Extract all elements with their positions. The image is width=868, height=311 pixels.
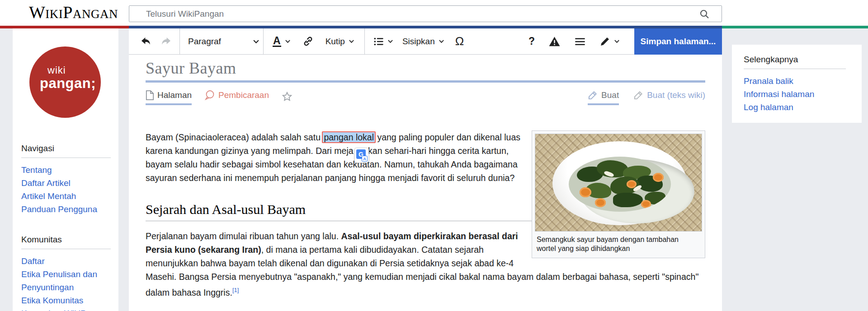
text-style-letter: A: [273, 36, 281, 47]
tab-buat[interactable]: Buat: [588, 90, 619, 105]
sidebar-item-informasi-halaman[interactable]: Informasi halaman: [744, 88, 850, 101]
article: Sayur Bayam Halaman Pembicaraan: [129, 59, 722, 299]
help-button[interactable]: ?: [528, 35, 535, 47]
page-layout: wiki pangan; Navigasi Tentang Daftar Art…: [0, 28, 868, 311]
site-logo[interactable]: WikiPangan: [29, 2, 118, 22]
sidebar-item-daftar[interactable]: Daftar: [21, 255, 111, 268]
pencil-icon: [588, 90, 598, 100]
tab-buat-teks-wiki-label: Buat (teks wiki): [647, 90, 705, 100]
header: WikiPangan 2 Kontributor: [0, 0, 868, 26]
bullet-list-icon: [373, 36, 385, 47]
sidebar-item-komunitas-wikipangan[interactable]: Komunitas WikiPangan: [21, 307, 111, 311]
google-translate-icon[interactable]: GA: [354, 148, 369, 163]
sidebar-item-artikel-mentah[interactable]: Artikel Mentah: [21, 190, 111, 203]
tab-pembicaraan[interactable]: Pembicaraan: [204, 90, 269, 105]
title-underline: [146, 80, 705, 83]
save-page-button[interactable]: Simpan halaman...: [634, 28, 722, 55]
chevron-down-icon: [439, 39, 444, 43]
paragraph-intro: Bayam (Spinaciaoleracea) adalah salah sa…: [146, 130, 705, 185]
nav-section-title: Navigasi: [21, 144, 111, 158]
image-caption: Semangkuk sayur bayam dengan tambahan wo…: [535, 232, 702, 255]
insert-label: Sisipkan: [402, 37, 435, 46]
pencil-icon: [599, 36, 610, 47]
wiki-logo-text-top: wiki: [47, 65, 66, 76]
page-tabs: Halaman Pembicaraan: [146, 90, 705, 105]
toolbar-separator: [263, 28, 264, 54]
hamburger-menu-icon: [574, 36, 586, 47]
notices-warning-button[interactable]: [548, 36, 561, 47]
cite-label: Kutip: [326, 37, 345, 46]
speech-bubble-icon: [204, 90, 215, 100]
paragraph-format-label: Paragraf: [188, 37, 221, 46]
article-body: Semangkuk sayur bayam dengan tambahan wo…: [146, 130, 705, 299]
chain-link-icon: [302, 36, 314, 47]
selected-text-pangan-lokal: pangan lokal: [322, 131, 376, 143]
paragraph-text: Perjalanan bayam dimulai ribuan tahun ya…: [146, 231, 341, 241]
reference-link[interactable]: [1]: [232, 287, 239, 293]
page-title: Sayur Bayam: [146, 59, 705, 78]
cite-dropdown[interactable]: Kutip: [326, 37, 354, 46]
special-character-button[interactable]: Ω: [455, 34, 464, 48]
help-glyph: ?: [528, 35, 535, 47]
toolbar-separator: [179, 28, 180, 54]
document-icon: [146, 90, 154, 100]
paragraph-format-dropdown[interactable]: Paragraf: [188, 37, 259, 46]
tab-buat-label: Buat: [601, 90, 619, 100]
toolbar-separator: [364, 28, 365, 54]
sidebar-item-daftar-artikel[interactable]: Daftar Artikel: [21, 176, 111, 190]
search-input[interactable]: [129, 6, 690, 22]
wiki-logo-text-bottom: pangan;: [40, 75, 96, 92]
chevron-down-icon: [285, 39, 291, 43]
search-box: [129, 5, 722, 22]
sidebar-item-etika-komunitas[interactable]: Etika Komunitas: [21, 294, 111, 307]
tab-buat-teks-wiki[interactable]: Buat (teks wiki): [633, 90, 705, 105]
list-structure-dropdown[interactable]: [373, 36, 393, 47]
page-options-menu-button[interactable]: [574, 36, 586, 47]
undo-button[interactable]: [140, 35, 152, 47]
text-style-dropdown[interactable]: A: [273, 36, 291, 47]
sidebar-item-log-halaman[interactable]: Log halaman: [744, 101, 850, 114]
omega-glyph: Ω: [455, 34, 464, 48]
sidebar-item-pranala-balik[interactable]: Pranala balik: [744, 74, 850, 88]
paragraph-text: Bayam (Spinaciaoleracea) adalah salah sa…: [146, 132, 323, 142]
chevron-down-icon: [614, 39, 620, 43]
sidebar-item-tentang[interactable]: Tentang: [21, 163, 111, 176]
redo-button[interactable]: [160, 35, 172, 47]
editor-toolbar: Paragraf A Kutip: [129, 28, 722, 55]
link-button[interactable]: [302, 36, 314, 47]
chevron-down-icon: [349, 39, 354, 43]
sidebar-nav: Navigasi Tentang Daftar Artikel Artikel …: [21, 144, 111, 311]
tab-pembicaraan-label: Pembicaraan: [218, 90, 269, 100]
more-section-title: Selengkapnya: [744, 55, 846, 69]
community-section-title: Komunitas: [21, 235, 111, 249]
pencil-icon: [633, 90, 644, 100]
editor-mode-dropdown[interactable]: [599, 36, 620, 47]
sidebar-item-panduan-pengguna[interactable]: Panduan Pengguna: [21, 203, 111, 216]
chevron-down-icon: [253, 39, 259, 44]
watch-star-icon[interactable]: [282, 91, 292, 105]
tab-halaman[interactable]: Halaman: [146, 90, 192, 105]
right-sidebar: Selengkapnya Pranala balik Informasi hal…: [732, 45, 862, 123]
wiki-logo[interactable]: wiki pangan;: [29, 46, 101, 118]
toolbar-right-group: ?: [528, 35, 620, 47]
chevron-down-icon: [387, 39, 393, 43]
left-sidebar: wiki pangan; Navigasi Tentang Daftar Art…: [13, 28, 118, 311]
search-icon[interactable]: [699, 9, 710, 19]
tab-halaman-label: Halaman: [157, 90, 192, 100]
sidebar-item-etika-penulisan[interactable]: Etika Penulisan dan Penyuntingan: [21, 268, 111, 294]
main-content: Paragraf A Kutip: [129, 28, 722, 311]
warning-triangle-icon: [548, 36, 561, 47]
insert-dropdown[interactable]: Sisipkan: [402, 37, 444, 46]
